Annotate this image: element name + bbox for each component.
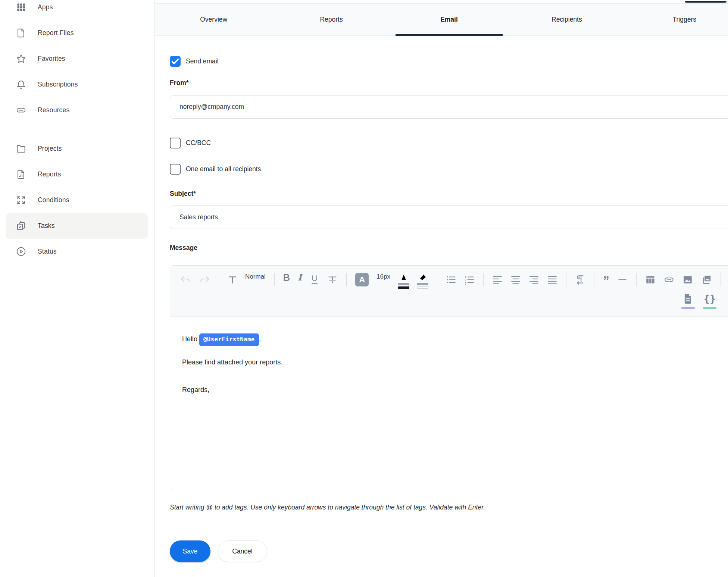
- send-email-label: Send email: [186, 57, 219, 65]
- tab-reports[interactable]: Reports: [272, 4, 390, 35]
- horizontal-rule-icon[interactable]: [617, 273, 628, 286]
- from-input[interactable]: [170, 95, 728, 119]
- tab-label: Email: [440, 16, 458, 23]
- expand-arrows-icon: [16, 195, 26, 205]
- insert-link-icon[interactable]: [663, 273, 675, 286]
- main-panel: Overview Reports Email Recipients Trigge…: [155, 0, 728, 577]
- subject-input[interactable]: [170, 206, 728, 229]
- svg-text:3: 3: [465, 282, 466, 285]
- align-justify-icon[interactable]: [547, 273, 557, 286]
- star-icon: [16, 54, 26, 64]
- send-email-checkbox[interactable]: [170, 56, 181, 67]
- toolbar-separator: [346, 273, 347, 286]
- form-actions: Save Cancel: [170, 540, 728, 562]
- code-view-icon[interactable]: {}: [703, 293, 716, 309]
- report-chart-icon: [16, 169, 26, 179]
- tab-email[interactable]: Email: [390, 4, 508, 35]
- sidebar-item-label: Resources: [38, 106, 69, 114]
- font-size-dropdown[interactable]: 16px: [377, 273, 390, 280]
- numbered-list-icon[interactable]: 123: [464, 273, 475, 286]
- from-label: From*: [170, 79, 728, 87]
- cc-bcc-row: CC/BCC: [170, 138, 728, 148]
- tab-label: Overview: [200, 16, 227, 23]
- toolbar-separator: [636, 273, 637, 286]
- regards-line: Regards,: [182, 385, 719, 395]
- bell-icon: [16, 79, 26, 90]
- sidebar-item-status[interactable]: Status: [6, 239, 148, 264]
- sidebar-item-subscriptions[interactable]: Subscriptions: [6, 72, 148, 97]
- bold-icon[interactable]: B: [283, 273, 290, 282]
- sidebar-item-label: Apps: [38, 3, 53, 11]
- background-color-icon[interactable]: [417, 273, 428, 289]
- table-icon[interactable]: [645, 273, 656, 286]
- sidebar-item-label: Projects: [38, 145, 62, 153]
- play-circle-icon: [16, 247, 26, 257]
- cc-bcc-checkbox[interactable]: [170, 138, 181, 148]
- tab-triggers[interactable]: Triggers: [626, 4, 728, 35]
- sidebar-item-label: Subscriptions: [38, 81, 78, 88]
- image-gallery-icon[interactable]: [701, 273, 712, 286]
- insert-image-icon[interactable]: [682, 273, 693, 286]
- italic-icon[interactable]: I: [298, 273, 302, 282]
- sidebar-item-apps[interactable]: Apps: [6, 0, 148, 20]
- one-email-checkbox[interactable]: [170, 164, 181, 175]
- undo-icon[interactable]: [180, 273, 191, 286]
- rich-text-editor: Normal B I A 16px: [170, 265, 728, 490]
- text-direction-icon[interactable]: [575, 273, 585, 286]
- toolbar-separator: [437, 273, 437, 286]
- toolbar-separator: [594, 273, 594, 286]
- toolbar-separator: [274, 273, 275, 286]
- sidebar-item-resources[interactable]: Resources: [6, 97, 148, 123]
- cc-bcc-label: CC/BCC: [186, 139, 211, 147]
- greeting-line: Hello @UserFirstName,: [182, 333, 719, 346]
- greeting-comma: ,: [259, 335, 261, 343]
- sidebar: Apps Report Files Favorites Subscription…: [0, 0, 155, 577]
- sidebar-item-reports[interactable]: Reports: [6, 162, 148, 187]
- editor-toolbar: Normal B I A 16px: [170, 266, 728, 317]
- sidebar-item-label: Reports: [38, 170, 61, 178]
- blockquote-icon[interactable]: ”: [603, 277, 609, 284]
- tab-recipients[interactable]: Recipients: [508, 4, 625, 35]
- send-email-row: Send email: [170, 56, 728, 67]
- align-right-icon[interactable]: [529, 273, 539, 286]
- sidebar-bottom-group: Projects Reports Conditions Tasks Status: [0, 136, 154, 264]
- font-style-icon[interactable]: A: [355, 273, 369, 286]
- sidebar-item-report-files[interactable]: Report Files: [6, 20, 148, 46]
- sidebar-item-tasks[interactable]: Tasks: [6, 213, 148, 239]
- toolbar-separator: [483, 273, 484, 286]
- one-email-label: One email to all recipients: [186, 165, 261, 173]
- subject-label: Subject*: [170, 190, 728, 198]
- underline-icon[interactable]: [310, 273, 319, 286]
- sidebar-item-conditions[interactable]: Conditions: [6, 187, 148, 213]
- redo-icon[interactable]: [199, 273, 210, 286]
- editor-content[interactable]: Hello @UserFirstName, Please find attach…: [170, 317, 728, 490]
- bullet-list-icon[interactable]: [446, 273, 456, 286]
- toolbar-separator: [721, 273, 721, 286]
- paragraph-style-dropdown[interactable]: Normal: [245, 273, 266, 280]
- text-color-icon[interactable]: [398, 273, 409, 289]
- strikethrough-icon[interactable]: [327, 273, 338, 286]
- tab-label: Triggers: [672, 16, 696, 23]
- sidebar-item-favorites[interactable]: Favorites: [6, 46, 148, 72]
- sidebar-divider: [0, 129, 154, 129]
- message-label: Message: [170, 244, 728, 252]
- save-button[interactable]: Save: [170, 540, 210, 562]
- sidebar-item-label: Tasks: [38, 222, 55, 230]
- sidebar-item-label: Report Files: [38, 29, 74, 37]
- top-strip: [155, 0, 728, 4]
- body-line: Please find attached your reports.: [182, 357, 719, 367]
- cancel-button[interactable]: Cancel: [218, 540, 267, 562]
- greeting-text: Hello: [182, 335, 199, 343]
- heading-style-icon[interactable]: [228, 273, 237, 286]
- tab-label: Recipients: [552, 16, 582, 23]
- tags-helper-text: Start writing @ to add tags. Use only ke…: [170, 504, 728, 511]
- apps-grid-icon: [16, 2, 26, 12]
- tab-overview[interactable]: Overview: [155, 4, 272, 35]
- document-view-icon[interactable]: [681, 293, 695, 309]
- user-first-name-tag[interactable]: @UserFirstName: [199, 333, 259, 346]
- sidebar-item-projects[interactable]: Projects: [6, 136, 148, 162]
- align-center-icon[interactable]: [510, 273, 521, 286]
- sidebar-item-label: Favorites: [38, 55, 65, 63]
- tab-label: Reports: [320, 16, 343, 23]
- align-left-icon[interactable]: [492, 273, 503, 286]
